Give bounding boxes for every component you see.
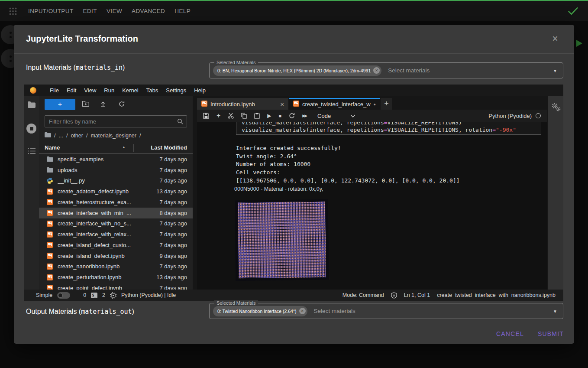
file-row[interactable]: __init__.py7 days ago	[39, 176, 193, 186]
breadcrumb-separator: /	[66, 133, 68, 139]
paste-cells-button[interactable]	[254, 113, 260, 119]
jupyter-menu: FileEditViewRunKernelTabsSettingsHelp	[46, 87, 210, 94]
file-row[interactable]: create_nanoribbon.ipynb7 days ago	[39, 261, 193, 272]
fieldset-label: Selected Materials	[214, 60, 258, 65]
select-placeholder: Select materials	[388, 67, 430, 74]
material-visualization[interactable]	[235, 199, 329, 281]
file-browser-tab-icon[interactable]	[24, 101, 39, 108]
table-of-contents-icon[interactable]	[24, 148, 39, 154]
app-menu-input-output[interactable]: INPUT/OUTPUT	[23, 8, 78, 14]
restart-run-all-button[interactable]: ▶▶	[302, 114, 307, 118]
simple-mode-toggle[interactable]	[57, 292, 70, 299]
column-name[interactable]: Name	[45, 144, 60, 151]
mode-indicator[interactable]: Mode: Command	[342, 292, 384, 298]
kernel-count[interactable]: 2	[102, 292, 105, 298]
chevron-down-icon[interactable]: ▼	[553, 68, 557, 73]
cell-type-select[interactable]: Code	[317, 113, 331, 119]
file-row[interactable]: create_perturbation.ipynb13 days ago	[39, 272, 193, 283]
cursor-position[interactable]: Ln 1, Col 1	[404, 292, 430, 298]
running-sessions-icon[interactable]	[24, 124, 39, 134]
app-menu-help[interactable]: HELP	[170, 8, 195, 14]
upload-icon[interactable]	[100, 101, 106, 107]
copy-cells-button[interactable]	[241, 113, 247, 119]
cut-cells-button[interactable]	[228, 113, 234, 119]
file-row[interactable]: create_heterostructure_exa...7 days ago	[39, 197, 193, 208]
cancel-button[interactable]: CANCEL	[496, 327, 524, 341]
file-modified: 7 days ago	[159, 220, 187, 227]
jupyter-menu-help[interactable]: Help	[190, 87, 210, 94]
code-token: visualize_materials(interface, repetitio…	[242, 127, 384, 133]
statusbar-left: Simple 0 $_ 2 Python (Pyodide) | Idle	[36, 292, 176, 299]
jupyter-menu-kernel[interactable]: Kernel	[118, 87, 142, 94]
file-row[interactable]: create_interface_with_min_...8 days ago	[39, 208, 193, 218]
cell-type-chevron-icon[interactable]	[350, 114, 355, 117]
new-launcher-button[interactable]: +	[45, 99, 75, 110]
file-browser: +	[39, 96, 193, 290]
close-icon[interactable]: ×	[549, 33, 561, 45]
file-name: create_island_defect.ipynb	[58, 253, 159, 259]
chip-delete-icon[interactable]: ×	[373, 67, 380, 74]
save-button[interactable]	[203, 113, 209, 119]
jupyter-menu-settings[interactable]: Settings	[162, 87, 190, 94]
output-materials-select[interactable]: Selected Materials 0: Twisted Nanoribbon…	[209, 303, 563, 319]
file-row[interactable]: create_interface_with_relax...7 days ago	[39, 229, 193, 240]
new-tab-button[interactable]: +	[381, 98, 392, 110]
sort-asc-icon[interactable]: ▲	[122, 145, 126, 149]
property-inspector-icon[interactable]	[551, 102, 561, 290]
notebook-panel: Introduction.ipynb×create_twisted_interf…	[197, 96, 547, 290]
file-row[interactable]: create_island_defect_custo...7 days ago	[39, 240, 193, 251]
input-materials-select[interactable]: Selected Materials 0: BN, Hexagonal Boro…	[209, 62, 563, 78]
file-row[interactable]: create_interface_with_no_s...7 days ago	[39, 218, 193, 229]
stop-kernel-button[interactable]: ■	[279, 113, 282, 118]
run-cell-button[interactable]: ▶	[267, 113, 271, 119]
output-material-chip[interactable]: 0: Twisted Nanoribbon Interface (2.64°) …	[213, 306, 307, 316]
app-menu-edit[interactable]: EDIT	[78, 8, 102, 14]
file-row[interactable]: uploads7 days ago	[39, 165, 193, 176]
app-menu-view[interactable]: VIEW	[102, 8, 127, 14]
notebook-icon	[293, 101, 299, 108]
breadcrumb-segment[interactable]: materials_designer	[90, 133, 136, 139]
input-material-chip[interactable]: 0: BN, Hexagonal Boron Nitride, HEX (P6/…	[213, 65, 381, 76]
chevron-down-icon[interactable]: ▼	[553, 309, 557, 314]
jupyter-menu-edit[interactable]: Edit	[63, 87, 80, 94]
notebook-icon	[47, 231, 53, 238]
folder-icon[interactable]	[45, 132, 51, 139]
file-modified: 7 days ago	[159, 199, 187, 205]
jupyter-menu-view[interactable]: View	[80, 87, 100, 94]
file-name: create_heterostructure_exa...	[58, 199, 159, 205]
breadcrumb-segment[interactable]: ...	[58, 133, 63, 139]
notebook-icon	[201, 101, 207, 108]
file-row[interactable]: create_point_defect.ipynb7 days ago	[39, 283, 193, 290]
breadcrumb-segment[interactable]: other	[71, 133, 83, 139]
jupyter-menu-file[interactable]: File	[46, 87, 63, 94]
insert-cell-button[interactable]: +	[216, 112, 220, 120]
column-modified[interactable]: Last Modified	[151, 144, 187, 151]
file-filter-input[interactable]	[45, 116, 187, 127]
jupyter-menu-tabs[interactable]: Tabs	[142, 87, 162, 94]
kernel-busy-indicator	[536, 113, 541, 118]
file-filter	[45, 115, 187, 127]
restart-kernel-button[interactable]	[289, 113, 295, 119]
play-icon[interactable]	[576, 40, 582, 47]
terminal-count[interactable]: 0	[83, 292, 86, 298]
check-icon[interactable]	[568, 7, 578, 17]
file-row[interactable]: specific_examples7 days ago	[39, 154, 193, 165]
file-row[interactable]: create_island_defect.ipynb9 days ago	[39, 251, 193, 261]
apps-grid-icon[interactable]	[9, 7, 17, 16]
chip-delete-icon[interactable]: ×	[299, 308, 306, 314]
kernel-status[interactable]: Python (Pyodide) | Idle	[121, 292, 176, 298]
file-row[interactable]: create_adatom_defect.ipynb13 days ago	[39, 186, 193, 197]
code-cell[interactable]: visualize_materials(interface, repetitio…	[236, 122, 541, 135]
app-menu-advanced[interactable]: ADVANCED	[127, 8, 170, 14]
submit-button[interactable]: SUBMIT	[538, 327, 564, 341]
jupyter-menu-run[interactable]: Run	[100, 87, 118, 94]
notebook-tab[interactable]: Introduction.ipynb×	[197, 98, 288, 110]
kernel-switcher[interactable]: Python (Pyodide)	[488, 113, 541, 119]
trust-shield-icon[interactable]	[391, 292, 397, 299]
notebook-tab[interactable]: create_twisted_interface_w●	[289, 98, 380, 110]
refresh-icon[interactable]	[119, 101, 125, 107]
tab-label: create_twisted_interface_w	[302, 101, 371, 107]
file-name: __init__.py	[58, 177, 159, 184]
tab-close-icon[interactable]: ×	[280, 101, 284, 108]
new-folder-icon[interactable]	[82, 101, 89, 107]
